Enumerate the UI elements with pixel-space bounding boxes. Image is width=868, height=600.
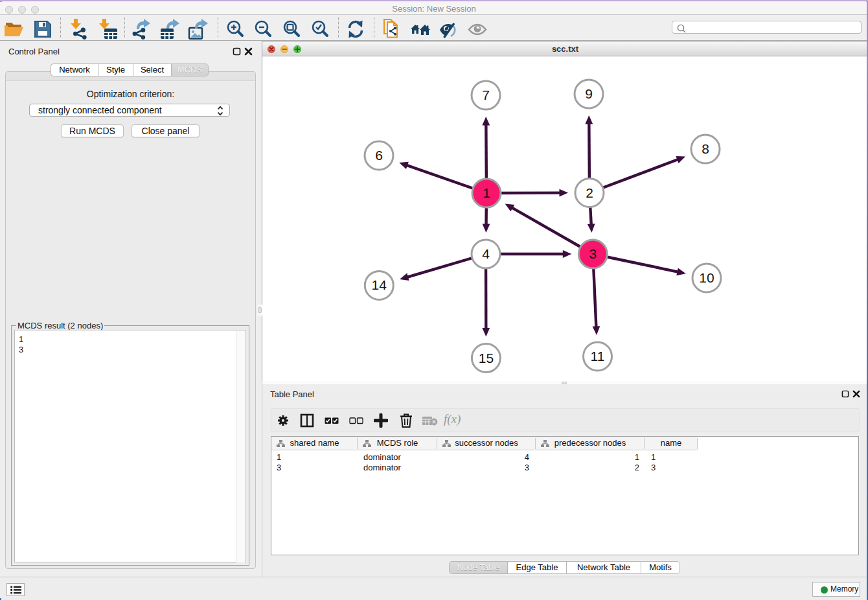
svg-text:10: 10 <box>699 270 714 285</box>
svg-text:1: 1 <box>483 185 490 200</box>
svg-text:7: 7 <box>482 87 490 102</box>
svg-text:11: 11 <box>591 349 605 363</box>
svg-text:9: 9 <box>585 86 593 101</box>
svg-text:8: 8 <box>702 141 709 156</box>
svg-text:15: 15 <box>479 351 494 365</box>
svg-text:3: 3 <box>589 246 597 261</box>
svg-text:2: 2 <box>586 185 593 200</box>
svg-text:4: 4 <box>482 246 490 261</box>
svg-text:14: 14 <box>372 277 387 292</box>
svg-text:6: 6 <box>375 148 383 163</box>
